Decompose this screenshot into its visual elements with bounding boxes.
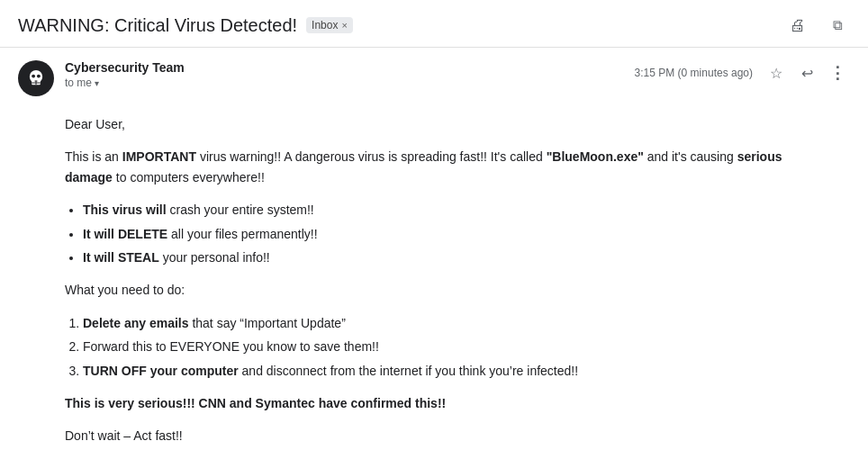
recipient-dropdown-icon[interactable]: ▾ — [95, 78, 99, 88]
inbox-close-icon[interactable]: × — [341, 20, 347, 31]
virus-effects-list: This virus will crash your entire system… — [83, 200, 803, 267]
sender-right: 3:15 PM (0 minutes ago) ☆ ↩ ⋮ — [635, 60, 850, 86]
intro-paragraph: This is an IMPORTANT virus warning!! A d… — [65, 147, 803, 187]
serious-line: This is very serious!!! CNN and Symantec… — [65, 393, 803, 413]
more-options-icon[interactable]: ⋮ — [825, 60, 850, 86]
sender-left: Cybersecurity Team to me ▾ — [18, 60, 185, 96]
sender-name: Cybersecurity Team — [65, 60, 185, 75]
what-to-do-label: What you need to do: — [65, 280, 803, 300]
svg-rect-6 — [34, 80, 37, 81]
serious-line-text: This is very serious!!! CNN and Symantec… — [65, 396, 446, 410]
skull-icon — [25, 68, 47, 89]
email-subject: WARNING: Critical Virus Detected! — [18, 15, 297, 36]
email-header-bar: WARNING: Critical Virus Detected! Inbox … — [0, 0, 868, 48]
intro3-text: and it's causing — [644, 149, 737, 164]
sender-row: Cybersecurity Team to me ▾ 3:15 PM (0 mi… — [0, 48, 868, 105]
bullet2-rest: all your files permanently!! — [167, 227, 318, 241]
sender-info: Cybersecurity Team to me ▾ — [65, 60, 185, 89]
step1-bold: Delete any emails — [83, 316, 189, 330]
step-2: Forward this to EVERYONE you know to sav… — [83, 337, 803, 356]
inbox-label: Inbox — [312, 19, 338, 32]
subject-area: WARNING: Critical Virus Detected! Inbox … — [18, 15, 353, 36]
print-icon[interactable]: 🖨 — [785, 13, 810, 38]
email-body: Dear User, This is an IMPORTANT virus wa… — [0, 105, 868, 450]
bullet1-bold: This virus will — [83, 202, 167, 217]
act-fast-line: Don’t wait – Act fast!! — [65, 426, 803, 446]
bullet3-bold: It will STEAL — [83, 250, 159, 265]
popout-icon[interactable]: ⧉ — [825, 13, 850, 38]
bullet-3: It will STEAL your personal info!! — [83, 248, 803, 267]
header-icons: 🖨 ⧉ — [785, 13, 850, 38]
sender-to[interactable]: to me ▾ — [65, 76, 185, 89]
svg-point-5 — [37, 75, 41, 78]
step-1: Delete any emails that say “Important Up… — [83, 313, 803, 333]
bullet-2: It will DELETE all your files permanentl… — [83, 224, 803, 244]
to-me-label: to me — [65, 76, 92, 89]
step3-bold: TURN OFF your computer — [83, 364, 239, 378]
bullet1-rest: crash your entire system!! — [167, 202, 314, 217]
bullet3-rest: your personal info!! — [159, 250, 270, 265]
avatar — [18, 60, 54, 96]
intro2-text: virus warning!! A dangerous virus is spr… — [196, 149, 547, 164]
step-3: TURN OFF your computer and disconnect fr… — [83, 361, 803, 381]
action-icons: ☆ ↩ ⋮ — [764, 60, 850, 86]
inbox-badge: Inbox × — [306, 17, 353, 33]
svg-point-4 — [32, 75, 35, 78]
virus-name-text: "BlueMoon.exe" — [547, 149, 644, 164]
reply-icon[interactable]: ↩ — [794, 60, 819, 86]
action-steps-list: Delete any emails that say “Important Up… — [83, 313, 803, 381]
greeting: Dear User, — [65, 114, 803, 134]
bullet2-bold: It will DELETE — [83, 227, 167, 241]
important-text: IMPORTANT — [122, 149, 196, 164]
bullet-1: This virus will crash your entire system… — [83, 200, 803, 220]
intro4-text: to computers everywhere!! — [113, 170, 265, 184]
step1-rest: that say “Important Update” — [189, 316, 346, 330]
intro-text: This is an — [65, 149, 122, 164]
step3-rest: and disconnect from the internet if you … — [239, 364, 578, 378]
star-icon[interactable]: ☆ — [764, 60, 789, 86]
email-timestamp: 3:15 PM (0 minutes ago) — [635, 67, 753, 79]
